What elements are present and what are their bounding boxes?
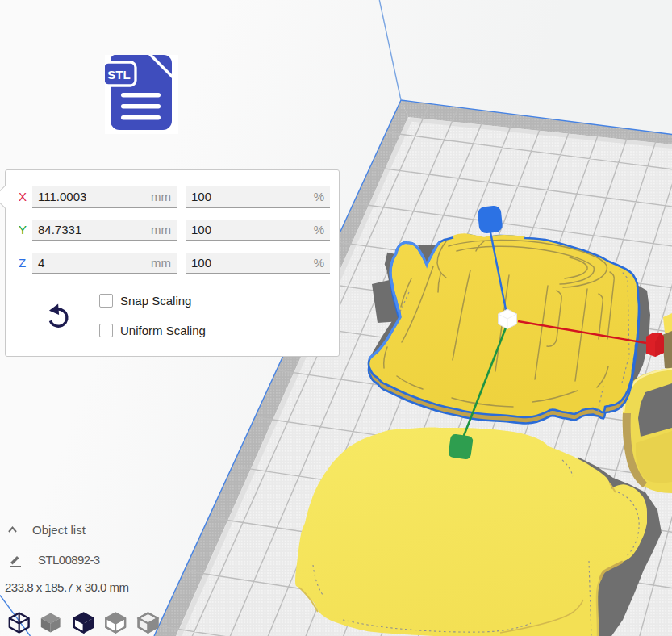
svg-text:STL: STL	[107, 68, 130, 82]
